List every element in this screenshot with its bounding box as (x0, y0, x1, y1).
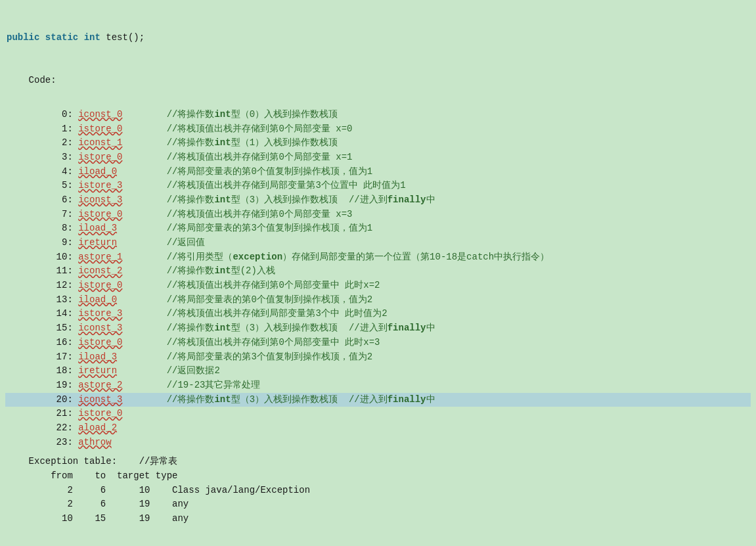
comment-9: //返回值 (145, 237, 205, 248)
instruction-15: iconst_3 (78, 323, 122, 333)
comment-17: //将局部变量表的第3个值复制到操作栈顶，值为2 (145, 352, 372, 362)
instruction-line-10: 10: astore_1 //将引用类型（exception）存储到局部变量的第… (5, 250, 751, 265)
exception-table-row-1: 2 6 19 any (5, 497, 751, 512)
instruction-line-23: 23: athrow (5, 436, 751, 450)
instruction-line-13: 13: iload_0 //将局部变量表的第0个值复制到操作栈顶，值为2 (5, 293, 751, 307)
instruction-line-7: 7: istore_0 //将栈顶值出栈并存储到第0个局部变量 x=3 (5, 208, 751, 222)
instruction-14: istore_3 (78, 308, 122, 319)
instruction-8: iload_3 (78, 223, 117, 233)
instruction-0: iconst_0 (78, 109, 122, 120)
comment-7: //将栈顶值出栈并存储到第0个局部变量 x=3 (145, 209, 352, 219)
instruction-line-17: 17: iload_3 //将局部变量表的第3个值复制到操作栈顶，值为2 (5, 350, 751, 365)
instruction-17: iload_3 (78, 352, 117, 362)
instruction-16: istore_0 (78, 337, 122, 348)
exception-table-header: from to target type (5, 469, 751, 484)
comment-3: //将栈顶值出栈并存储到第0个局部变量 x=1 (145, 152, 352, 162)
instruction-line-8: 8: iload_3 //将局部变量表的第3个值复制到操作栈顶，值为1 (5, 221, 751, 236)
comment-5: //将栈顶值出栈并存储到局部变量第3个位置中 此时值为1 (145, 180, 406, 191)
instruction-line-11: 11: iconst_2 //将操作数int型(2)入栈 (5, 264, 751, 279)
static-keyword: static (45, 32, 78, 43)
instruction-23: athrow (78, 437, 111, 447)
instruction-21: istore_0 (78, 408, 122, 419)
comment-19: //19-23其它异常处理 (145, 380, 260, 390)
comment-11: //将操作数int型(2)入栈 (145, 265, 275, 276)
instruction-line-2: 2: iconst_1 //将操作数int型（1）入栈到操作数栈顶 (5, 136, 751, 150)
instruction-line-6: 6: iconst_3 //将操作数int型（3）入栈到操作数栈顶 //进入到f… (5, 193, 751, 208)
comment-0: //将操作数int型（0）入栈到操作数栈顶 (145, 109, 338, 120)
exception-table-row-0: 2 6 10 Class java/lang/Exception (5, 484, 751, 498)
comment-18: //返回数据2 (145, 365, 220, 376)
instructions-container: 0: iconst_0 //将操作数int型（0）入栈到操作数栈顶 1: ist… (0, 105, 756, 453)
comment-8: //将局部变量表的第3个值复制到操作栈顶，值为1 (145, 223, 372, 233)
instruction-line-21: 21: istore_0 (5, 407, 751, 421)
comment-2: //将操作数int型（1）入栈到操作数栈顶 (145, 137, 338, 148)
comment-1: //将栈顶值出栈并存储到第0个局部变量 x=0 (145, 124, 352, 134)
instruction-line-0: 0: iconst_0 //将操作数int型（0）入栈到操作数栈顶 (5, 108, 751, 122)
instruction-line-14: 14: istore_3 //将栈顶值出栈并存储到局部变量第3个中 此时值为2 (5, 307, 751, 321)
instruction-18: ireturn (78, 365, 117, 376)
instruction-line-4: 4: iload_0 //将局部变量表的第0个值复制到操作栈顶，值为1 (5, 165, 751, 179)
instruction-6: iconst_3 (78, 194, 122, 205)
instruction-7: istore_0 (78, 209, 122, 219)
instruction-11: iconst_2 (78, 265, 122, 276)
instruction-22: aload_2 (78, 422, 117, 433)
comment-13: //将局部变量表的第0个值复制到操作栈顶，值为2 (145, 294, 372, 305)
instruction-line-22: 22: aload_2 (5, 421, 751, 436)
instruction-line-5: 5: istore_3 //将栈顶值出栈并存储到局部变量第3个位置中 此时值为1 (5, 179, 751, 193)
instruction-line-12: 12: istore_0 //将栈顶值出栈并存储到第0个局部变量中 此时x=2 (5, 279, 751, 293)
comment-10: //将引用类型（exception）存储到局部变量的第一个位置（第10-18是c… (145, 252, 549, 262)
public-keyword: public (7, 32, 39, 43)
comment-16: //将栈顶值出栈并存储到第0个局部变量中 此时x=3 (145, 337, 380, 348)
comment-4: //将局部变量表的第0个值复制到操作栈顶，值为1 (145, 166, 372, 177)
code-block: public static int test(); Code: (0, 0, 756, 105)
code-label-line: Code: (5, 74, 751, 88)
instruction-line-1: 1: istore_0 //将栈顶值出栈并存储到第0个局部变量 x=0 (5, 122, 751, 137)
instruction-13: iload_0 (78, 294, 117, 305)
instruction-4: iload_0 (78, 166, 117, 177)
header-line: public static int test(); (5, 31, 751, 45)
exception-table-container: Exception table: //异常表 from to target ty… (0, 452, 756, 528)
instruction-19: astore_2 (78, 380, 122, 390)
instruction-line-15: 15: iconst_3 //将操作数int型（3）入栈到操作数栈顶 //进入到… (5, 321, 751, 336)
instruction-20: iconst_3 (78, 394, 122, 405)
instruction-1: istore_0 (78, 124, 122, 134)
exception-table-label: Exception table: //异常表 (5, 455, 751, 469)
comment-15: //将操作数int型（3）入栈到操作数栈顶 //进入到finally中 (145, 323, 435, 333)
int-keyword: int (84, 32, 100, 43)
instruction-line-3: 3: istore_0 //将栈顶值出栈并存储到第0个局部变量 x=1 (5, 150, 751, 165)
instruction-5: istore_3 (78, 180, 122, 191)
instruction-3: istore_0 (78, 152, 122, 162)
comment-20: //将操作数int型（3）入栈到操作数栈顶 //进入到finally中 (145, 394, 435, 405)
instruction-12: istore_0 (78, 280, 122, 290)
comment-12: //将栈顶值出栈并存储到第0个局部变量中 此时x=2 (145, 280, 380, 290)
instruction-line-18: 18: ireturn //返回数据2 (5, 364, 751, 378)
instruction-line-9: 9: ireturn //返回值 (5, 236, 751, 250)
instruction-line-20: 20: iconst_3 //将操作数int型（3）入栈到操作数栈顶 //进入到… (5, 393, 751, 407)
instruction-2: iconst_1 (78, 137, 122, 148)
instruction-line-16: 16: istore_0 //将栈顶值出栈并存储到第0个局部变量中 此时x=3 (5, 336, 751, 350)
instruction-line-19: 19: astore_2 //19-23其它异常处理 (5, 378, 751, 393)
comment-6: //将操作数int型（3）入栈到操作数栈顶 //进入到finally中 (145, 194, 435, 205)
exception-table-row-2: 10 15 19 any (5, 512, 751, 526)
instruction-10: astore_1 (78, 252, 122, 262)
instruction-9: ireturn (78, 237, 117, 248)
comment-14: //将栈顶值出栈并存储到局部变量第3个中 此时值为2 (145, 308, 388, 319)
